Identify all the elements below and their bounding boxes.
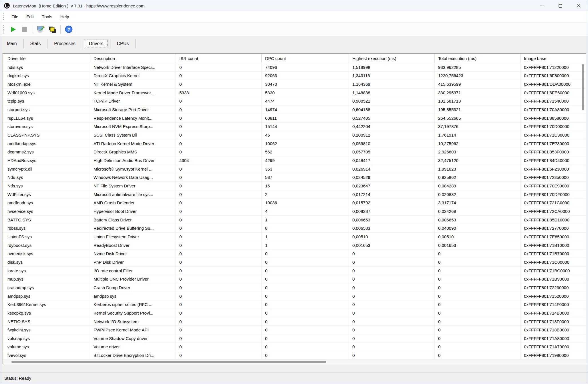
close-icon	[577, 4, 581, 8]
table-row[interactable]: crashdmp.sys Crash Dump Driver 0 0 0 0 0…	[3, 283, 586, 292]
toolbar-gripper[interactable]	[3, 25, 5, 33]
cell-image-base: 0xFFFFF801'72230000	[521, 283, 586, 292]
menu-tools[interactable]: Tools	[38, 11, 56, 22]
cell-description: ReadyBoost Driver	[90, 241, 176, 249]
tab-stats[interactable]: Stats	[25, 39, 45, 48]
table-row[interactable]: dxgkrnl.sys DirectX Graphics Kernel 0 92…	[3, 72, 586, 80]
tab-cpus[interactable]: CPUs	[112, 39, 134, 48]
cell-description: Kerberos cipher suites (RFC ...	[90, 300, 176, 309]
menu-file[interactable]: File	[7, 11, 22, 22]
table-row[interactable]: rdbss.sys Redirected Drive Buffering Su.…	[3, 224, 586, 233]
table-row[interactable]: amdpsp.sys amdpsp sys 0 0 0 0 0xFFFFF801…	[3, 292, 586, 301]
copy-stack-icon	[48, 25, 56, 33]
cell-highest-execution: 0,006583	[349, 224, 435, 232]
svg-text:?: ?	[67, 27, 70, 32]
menubar-gripper[interactable]	[3, 13, 5, 20]
column-header-total-execution[interactable]: Total execution (ms)	[435, 54, 521, 63]
table-row[interactable]: ntoskrnl.exe NT Kernel & System 0 30470 …	[3, 80, 586, 89]
table-row[interactable]: amdfendr.sys AMD Crash Defender 0 10036 …	[3, 199, 586, 207]
maximize-button[interactable]	[551, 0, 569, 11]
table-row[interactable]: Wdf01000.sys Kernel Mode Driver Framewor…	[3, 89, 586, 97]
cell-description: BitLocker Drive Encryption Dri...	[90, 351, 176, 359]
help-button[interactable]: ?	[63, 24, 74, 35]
cell-total-execution: 1,991623	[435, 165, 521, 173]
table-row[interactable]: BATTC.SYS Battery Class Driver 0 1 0,006…	[3, 216, 586, 224]
cell-driver-file: NETIO.SYS	[3, 317, 90, 326]
column-header-highest-execution[interactable]: Highest execution (ms)	[349, 54, 435, 63]
cell-image-base: 0xFFFFF801'71520000	[521, 292, 586, 300]
cell-dpc-count: 4	[262, 207, 349, 215]
table-row[interactable]: tcpip.sys TCP/IP Driver 0 4474 0,900521 …	[3, 97, 586, 106]
copy-button[interactable]	[47, 24, 58, 35]
column-header-description[interactable]: Description	[90, 54, 176, 63]
column-header-isr-count[interactable]: ISR count	[176, 54, 262, 63]
close-button[interactable]	[569, 0, 588, 11]
table-row[interactable]: volsnap.sys Volume Shadow Copy driver 0 …	[3, 334, 586, 343]
table-row[interactable]: ksecpkg.sys Kernel Security Support Prov…	[3, 309, 586, 317]
tab-drivers[interactable]: Drivers	[84, 39, 108, 48]
table-row[interactable]: fwpkclnt.sys FWP/IPsec Kernel-Mode API 0…	[3, 326, 586, 334]
cell-total-execution: 0,006653	[435, 216, 521, 224]
table-row[interactable]: symcryptk.dll Microsoft® SymCrypt Kernel…	[3, 165, 586, 173]
cell-description: Kernel Mode Driver Framewor...	[90, 89, 176, 97]
cell-description: SCSI Class System Dll	[90, 131, 176, 139]
table-row[interactable]: stornvme.sys Microsoft NVM Express Storp…	[3, 123, 586, 131]
column-header-image-base[interactable]: Image base	[521, 54, 586, 63]
column-header-driver-file[interactable]: Driver file	[3, 54, 90, 63]
cell-highest-execution: 0	[349, 326, 435, 334]
table-row[interactable]: hvservice.sys Hypervisor Boot Driver 0 4…	[3, 207, 586, 216]
cell-isr-count: 0	[176, 216, 262, 224]
table-row[interactable]: ndis.sys Network Driver Interface Speci.…	[3, 63, 586, 72]
cell-description: NT File System Driver	[90, 182, 176, 190]
cell-driver-file: BATTC.SYS	[3, 216, 90, 224]
table-row[interactable]: dxgmms2.sys DirectX Graphics MMS 0 562 0…	[3, 148, 586, 157]
cell-total-execution: 415,639599	[435, 80, 521, 88]
table-row[interactable]: volume.sys Volume driver 0 0 0 0 0xFFFFF…	[3, 343, 586, 351]
cell-dpc-count: 0	[262, 258, 349, 266]
cell-total-execution: 0	[435, 292, 521, 300]
tab-separator	[135, 39, 136, 49]
table-row[interactable]: UnionFS.sys Union Filesystem Driver 0 1 …	[3, 233, 586, 241]
table-row[interactable]: mup.sys Multiple UNC Provider Driver 0 0…	[3, 275, 586, 283]
minimize-button[interactable]	[533, 0, 551, 11]
table-row[interactable]: WdFilter.sys Microsoft antimalware file …	[3, 190, 586, 199]
table-row[interactable]: CLASSPNP.SYS SCSI Class System Dll 0 46 …	[3, 131, 586, 139]
toolbar-separator	[60, 25, 61, 34]
vertical-scrollbar[interactable]	[581, 64, 585, 358]
table-row[interactable]: Ntfs.sys NT File System Driver 0 15 0,02…	[3, 182, 586, 190]
cell-total-execution: 0	[435, 317, 521, 326]
table-row[interactable]: Ndu.sys Windows Network Data Usag... 0 5…	[3, 173, 586, 182]
horizontal-scrollbar-thumb[interactable]	[11, 361, 326, 363]
cell-description: Microsoft antimalware file sys...	[90, 190, 176, 199]
cell-total-execution: 330,295371	[435, 89, 521, 97]
table-row[interactable]: iorate.sys I/O rate control Filter 0 0 0…	[3, 267, 586, 275]
tab-strip: Main Stats Processes Drivers CPUs	[0, 36, 588, 51]
menu-edit[interactable]: Edit	[22, 11, 38, 22]
cell-dpc-count: 0	[262, 249, 349, 258]
report-tool-button[interactable]	[35, 24, 47, 35]
table-row[interactable]: nvmedisk.sys Nvme Disk Driver 0 0 0 0 0x…	[3, 249, 586, 258]
cell-isr-count: 0	[176, 317, 262, 326]
start-monitor-button[interactable]	[7, 24, 19, 35]
vertical-scrollbar-thumb[interactable]	[582, 64, 584, 110]
table-row[interactable]: rdyboost.sys ReadyBoost Driver 0 1 0,001…	[3, 241, 586, 250]
menu-bar: File Edit Tools Help	[0, 11, 588, 23]
table-row[interactable]: fvevol.sys BitLocker Drive Encryption Dr…	[3, 351, 586, 359]
tab-processes[interactable]: Processes	[49, 39, 80, 48]
table-row[interactable]: amdkmdag.sys ATI Radeon Kernel Mode Driv…	[3, 139, 586, 148]
cell-highest-execution: 0	[349, 309, 435, 317]
tab-separator	[110, 39, 110, 49]
stop-monitor-button[interactable]	[19, 24, 30, 35]
menu-help[interactable]: Help	[56, 11, 73, 22]
tab-main[interactable]: Main	[2, 39, 22, 48]
table-row[interactable]: HDAudBus.sys High Definition Audio Bus D…	[3, 156, 586, 165]
table-row[interactable]: disk.sys PnP Disk Driver 0 0 0 0 0xFFFFF…	[3, 258, 586, 267]
cell-total-execution: 0	[435, 334, 521, 343]
table-row[interactable]: storport.sys Microsoft Storage Port Driv…	[3, 105, 586, 114]
horizontal-scrollbar[interactable]	[3, 359, 586, 364]
table-row[interactable]: Kerb3961Kernel.sys Kerberos cipher suite…	[3, 300, 586, 309]
column-header-dpc-count[interactable]: DPC count	[262, 54, 349, 63]
cell-driver-file: dxgmms2.sys	[3, 148, 90, 156]
table-row[interactable]: NETIO.SYS Network I/O Subsystem 0 0 0 0 …	[3, 317, 586, 326]
table-row[interactable]: rspLLL64.sys Resplendence Latency Monit.…	[3, 114, 586, 123]
